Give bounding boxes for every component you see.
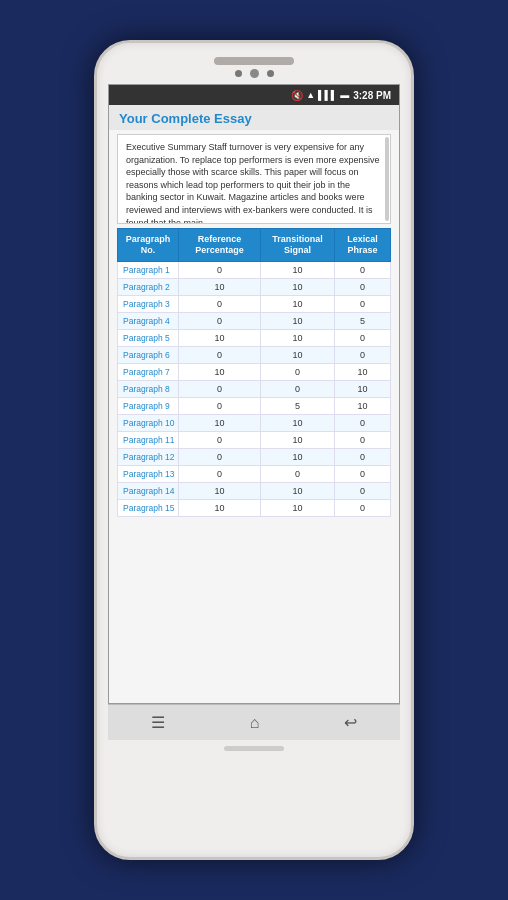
cell-value: 10: [179, 482, 261, 499]
cell-value: 10: [179, 499, 261, 516]
cell-value: 0: [179, 312, 261, 329]
table-row: Paragraph 1510100: [118, 499, 391, 516]
phone-shell: 🔇 ▲ ▌▌▌ ▬ 3:28 PM Your Complete Essay Ex…: [94, 40, 414, 860]
col-header-reference: Reference Percentage: [179, 229, 261, 262]
paragraph-label: Paragraph 2: [118, 278, 179, 295]
paragraph-label: Paragraph 11: [118, 431, 179, 448]
table-row: Paragraph 60100: [118, 346, 391, 363]
cell-value: 0: [179, 295, 261, 312]
table-row: Paragraph 1410100: [118, 482, 391, 499]
data-table: Paragraph No. Reference Percentage Trans…: [117, 228, 391, 517]
sound-icon: 🔇: [291, 90, 303, 101]
cell-value: 0: [335, 414, 391, 431]
cell-value: 0: [335, 431, 391, 448]
table-header-row: Paragraph No. Reference Percentage Trans…: [118, 229, 391, 262]
bottom-bar: [224, 746, 284, 751]
cell-value: 0: [335, 465, 391, 482]
status-icons: 🔇 ▲ ▌▌▌ ▬: [291, 90, 349, 101]
cell-value: 10: [260, 414, 334, 431]
cell-value: 10: [179, 414, 261, 431]
table-row: Paragraph 10100: [118, 261, 391, 278]
cell-value: 10: [260, 346, 334, 363]
col-header-lexical: Lexical Phrase: [335, 229, 391, 262]
app-header: Your Complete Essay: [109, 105, 399, 130]
table-row: Paragraph 13000: [118, 465, 391, 482]
paragraph-label: Paragraph 1: [118, 261, 179, 278]
cell-value: 10: [260, 329, 334, 346]
cell-value: 10: [179, 363, 261, 380]
cell-value: 10: [260, 295, 334, 312]
cell-value: 5: [335, 312, 391, 329]
bottom-nav: ☰ ⌂ ↩: [108, 704, 400, 740]
paragraph-label: Paragraph 6: [118, 346, 179, 363]
table-row: Paragraph 210100: [118, 278, 391, 295]
paragraph-label: Paragraph 8: [118, 380, 179, 397]
paragraph-label: Paragraph 7: [118, 363, 179, 380]
status-time: 3:28 PM: [353, 90, 391, 101]
scroll-bar[interactable]: [385, 137, 389, 221]
cell-value: 0: [335, 448, 391, 465]
paragraph-label: Paragraph 9: [118, 397, 179, 414]
cell-value: 10: [260, 312, 334, 329]
cell-value: 0: [260, 465, 334, 482]
table-container: Paragraph No. Reference Percentage Trans…: [117, 228, 391, 517]
cell-value: 0: [179, 397, 261, 414]
paragraph-label: Paragraph 14: [118, 482, 179, 499]
cell-value: 0: [335, 295, 391, 312]
battery-icon: ▬: [340, 90, 349, 100]
camera-dot: [250, 69, 259, 78]
cell-value: 0: [335, 329, 391, 346]
cell-value: 0: [335, 346, 391, 363]
sensor-dot: [235, 70, 242, 77]
table-row: Paragraph 120100: [118, 448, 391, 465]
table-row: Paragraph 1010100: [118, 414, 391, 431]
cell-value: 0: [179, 380, 261, 397]
table-row: Paragraph 80010: [118, 380, 391, 397]
table-row: Paragraph 110100: [118, 431, 391, 448]
cell-value: 0: [179, 261, 261, 278]
app-content: Your Complete Essay Executive Summary St…: [109, 105, 399, 704]
cell-value: 10: [179, 329, 261, 346]
cell-value: 0: [335, 482, 391, 499]
table-row: Paragraph 90510: [118, 397, 391, 414]
back-button[interactable]: ↩: [344, 713, 357, 732]
cell-value: 10: [335, 397, 391, 414]
paragraph-label: Paragraph 5: [118, 329, 179, 346]
signal-icon: ▌▌▌: [318, 90, 337, 100]
col-header-transitional: Transitional Signal: [260, 229, 334, 262]
cell-value: 0: [179, 448, 261, 465]
paragraph-label: Paragraph 12: [118, 448, 179, 465]
paragraph-label: Paragraph 15: [118, 499, 179, 516]
app-title: Your Complete Essay: [119, 111, 389, 126]
table-row: Paragraph 30100: [118, 295, 391, 312]
home-button[interactable]: ⌂: [250, 714, 260, 732]
speaker: [214, 57, 294, 65]
cell-value: 10: [335, 363, 391, 380]
status-bar: 🔇 ▲ ▌▌▌ ▬ 3:28 PM: [109, 85, 399, 105]
cell-value: 0: [179, 465, 261, 482]
paragraph-label: Paragraph 4: [118, 312, 179, 329]
menu-button[interactable]: ☰: [151, 713, 165, 732]
screen: 🔇 ▲ ▌▌▌ ▬ 3:28 PM Your Complete Essay Ex…: [108, 84, 400, 704]
cell-value: 10: [260, 278, 334, 295]
cell-value: 0: [179, 431, 261, 448]
essay-box[interactable]: Executive Summary Staff turnover is very…: [117, 134, 391, 224]
cell-value: 0: [335, 261, 391, 278]
cell-value: 10: [260, 499, 334, 516]
cell-value: 0: [179, 346, 261, 363]
cell-value: 5: [260, 397, 334, 414]
cell-value: 0: [260, 380, 334, 397]
table-row: Paragraph 40105: [118, 312, 391, 329]
cell-value: 10: [179, 278, 261, 295]
cell-value: 0: [335, 499, 391, 516]
paragraph-label: Paragraph 13: [118, 465, 179, 482]
camera-row: [235, 69, 274, 78]
essay-text: Executive Summary Staff turnover is very…: [126, 142, 379, 224]
cell-value: 10: [260, 448, 334, 465]
table-row: Paragraph 710010: [118, 363, 391, 380]
cell-value: 0: [260, 363, 334, 380]
paragraph-label: Paragraph 10: [118, 414, 179, 431]
cell-value: 10: [260, 431, 334, 448]
col-header-paragraph: Paragraph No.: [118, 229, 179, 262]
cell-value: 0: [335, 278, 391, 295]
